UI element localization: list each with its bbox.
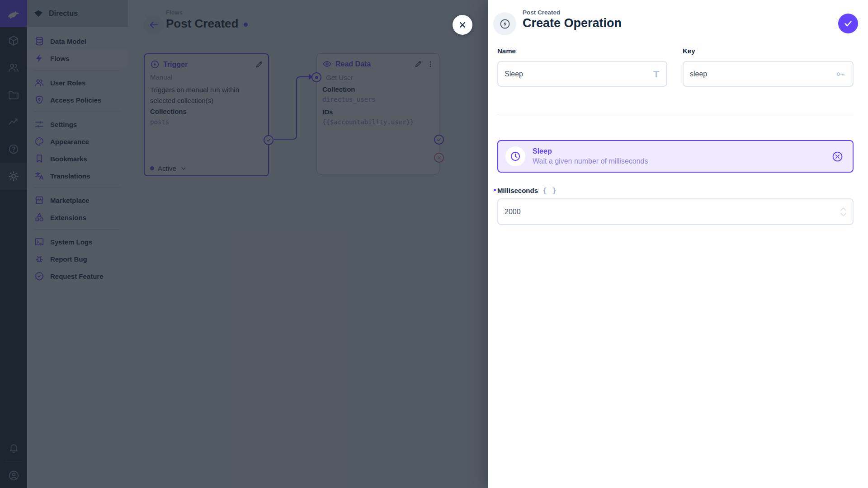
operation-type-name: Sleep: [533, 146, 824, 156]
stepper-down-icon: [840, 212, 847, 217]
name-field: T: [497, 61, 667, 87]
key-input[interactable]: [684, 70, 835, 78]
operation-type-description: Wait a given number of milliseconds: [533, 156, 824, 166]
raw-value-braces-icon[interactable]: { }: [542, 186, 557, 195]
clock-icon: [509, 150, 521, 162]
milliseconds-label: Milliseconds: [497, 187, 538, 194]
required-indicator: [494, 189, 496, 191]
number-stepper[interactable]: [840, 207, 847, 217]
operation-badge: [505, 146, 525, 166]
milliseconds-field: [497, 198, 854, 225]
check-icon: [843, 19, 853, 28]
key-field: [683, 61, 854, 87]
deselect-operation-icon[interactable]: [831, 150, 844, 163]
name-input[interactable]: [498, 70, 653, 78]
drawer-title: Create Operation: [523, 16, 622, 30]
key-label: Key: [683, 47, 695, 55]
drawer-close-button[interactable]: [453, 15, 472, 35]
create-operation-drawer: Post Created Create Operation Name T Key: [488, 0, 868, 488]
name-label: Name: [497, 47, 516, 55]
drawer-breadcrumb: Post Created: [523, 9, 560, 16]
bolt-circle-icon: [499, 18, 511, 30]
title-format-icon: T: [653, 69, 659, 80]
milliseconds-input[interactable]: [498, 208, 840, 216]
selected-operation-card[interactable]: Sleep Wait a given number of millisecond…: [497, 140, 854, 173]
close-icon: [458, 20, 467, 29]
save-button[interactable]: [838, 14, 858, 33]
section-divider: [497, 114, 854, 114]
key-icon: [835, 69, 845, 79]
drawer-header-icon-button[interactable]: [493, 12, 516, 35]
stepper-up-icon: [840, 207, 847, 211]
milliseconds-label-row: Milliseconds { }: [497, 186, 557, 195]
